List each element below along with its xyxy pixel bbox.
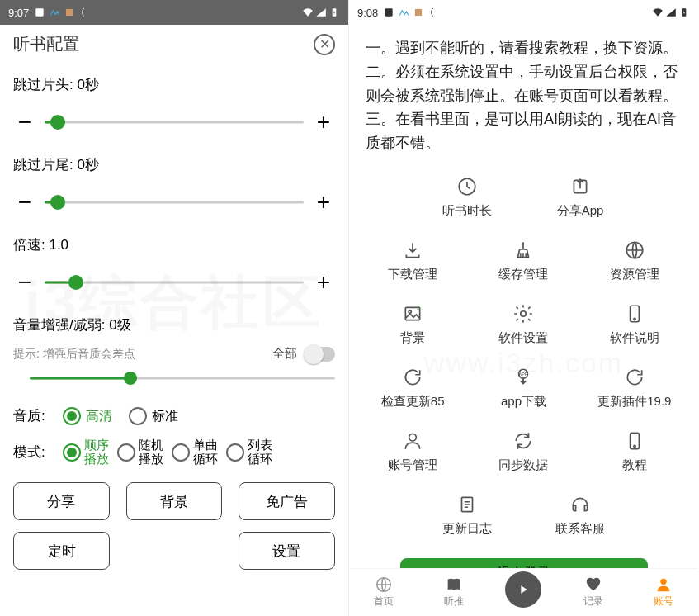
grid-教程[interactable]: 教程 (579, 421, 690, 485)
svg-rect-0 (36, 8, 44, 16)
status-bar: 9:07 (0, 0, 348, 25)
svg-rect-3 (385, 8, 393, 16)
quality-hd[interactable]: 高清 (63, 407, 112, 425)
appdl-icon: APP (512, 366, 535, 389)
grid-下载管理[interactable]: 下载管理 (357, 230, 468, 294)
nav-account[interactable]: 账号 (628, 569, 698, 616)
volume-label: 音量增强/减弱: 0级 (13, 315, 335, 334)
nav-history[interactable]: 记录 (559, 569, 629, 616)
app-icon-1 (34, 7, 45, 18)
quality-section-label: 音质: (13, 406, 53, 425)
battery-icon (678, 7, 690, 18)
person-icon (654, 576, 673, 593)
grid-分享App[interactable]: 分享App (524, 167, 637, 230)
grid-软件设置[interactable]: 软件设置 (468, 294, 579, 358)
nav-play[interactable] (489, 569, 559, 616)
book-icon (445, 576, 463, 593)
svg-text:APP: APP (519, 372, 528, 377)
skip-head-label: 跳过片头: 0秒 (13, 75, 335, 94)
sync-icon (512, 429, 535, 453)
svg-rect-1 (66, 9, 73, 16)
svg-point-17 (409, 434, 417, 441)
status-bar-right: 9:08 (349, 0, 698, 25)
refresh-icon (401, 366, 424, 389)
background-button[interactable]: 背景 (126, 482, 223, 520)
app-icon-4 (427, 7, 439, 18)
skip-tail-slider[interactable] (45, 192, 304, 212)
broom-icon (512, 239, 535, 262)
settings-button[interactable]: 设置 (239, 532, 335, 570)
skip-head-plus[interactable]: + (312, 111, 335, 134)
signal-icon (315, 7, 327, 18)
svg-point-22 (660, 579, 666, 585)
feature-grid: 听书时长分享App下载管理缓存管理资源管理z背景软件设置软件说明检查更新85AP… (349, 163, 698, 552)
skip-tail-plus[interactable]: + (312, 191, 335, 214)
phone-icon (623, 302, 646, 325)
wifi-icon (302, 7, 314, 18)
skip-tail-label: 跳过片尾: 0秒 (13, 155, 335, 174)
speed-label: 倍速: 1.0 (13, 235, 335, 254)
download-icon (401, 239, 424, 262)
grid-缓存管理[interactable]: 缓存管理 (468, 230, 579, 294)
timer-button[interactable]: 定时 (13, 532, 110, 570)
signal-icon (665, 7, 677, 18)
grid-检查更新85[interactable]: 检查更新85 (357, 358, 468, 421)
globe-icon (375, 576, 393, 593)
gear-icon (512, 302, 535, 325)
volume-slider[interactable] (30, 372, 335, 385)
refresh-icon (623, 366, 646, 389)
grid-更新插件19.9[interactable]: 更新插件19.9 (579, 358, 690, 421)
mode-sequential[interactable]: 顺序播放 (63, 438, 109, 466)
remove-ads-button[interactable]: 免广告 (239, 482, 335, 520)
heart-icon (584, 576, 602, 593)
status-time-right: 9:08 (357, 7, 378, 19)
note-line-3: 三。在看书里面，是可以用AI朗读的，现在AI音质都不错。 (366, 107, 682, 155)
bottom-nav: 首页 听推 记录 账号 (349, 568, 698, 616)
phone-icon (623, 429, 646, 453)
mode-list[interactable]: 列表循环 (226, 438, 272, 466)
grid-同步数据[interactable]: 同步数据 (468, 421, 579, 485)
grid-app下载[interactable]: APPapp下载 (468, 358, 579, 421)
grid-听书时长[interactable]: 听书时长 (411, 167, 524, 230)
toggle-label: 全部 (272, 346, 297, 362)
person-icon (401, 429, 424, 453)
wifi-icon (652, 7, 664, 18)
share-icon (569, 175, 592, 198)
mode-single[interactable]: 单曲循环 (172, 438, 218, 466)
picture-icon: z (401, 302, 424, 325)
clock-icon (456, 175, 479, 198)
doc-icon (456, 493, 479, 516)
grid-资源管理[interactable]: 资源管理 (579, 230, 690, 294)
note-line-1: 一。遇到不能听的，请看搜索教程，换下资源。 (366, 36, 682, 60)
grid-软件说明[interactable]: 软件说明 (579, 294, 690, 358)
nav-home[interactable]: 首页 (349, 569, 419, 616)
quality-standard[interactable]: 标准 (129, 407, 178, 425)
mode-random[interactable]: 随机播放 (117, 438, 163, 466)
skip-head-slider[interactable] (45, 112, 304, 132)
svg-rect-4 (415, 9, 422, 16)
app-icon-3 (64, 7, 75, 18)
app-icon-4 (78, 7, 90, 18)
grid-联系客服[interactable]: 联系客服 (524, 485, 637, 548)
skip-tail-minus[interactable]: − (13, 191, 36, 214)
notes-block: 一。遇到不能听的，请看搜索教程，换下资源。 二。必须在系统设置中，手动设置后台权… (349, 25, 698, 163)
headset-icon (569, 493, 592, 516)
svg-point-12 (521, 311, 527, 317)
nav-listen[interactable]: 听推 (419, 569, 489, 616)
skip-head-minus[interactable]: − (13, 111, 36, 134)
speed-plus[interactable]: + (312, 271, 335, 294)
grid-更新日志[interactable]: 更新日志 (411, 485, 524, 548)
svg-point-14 (634, 318, 635, 320)
grid-背景[interactable]: z背景 (357, 294, 468, 358)
page-title: 听书配置 (13, 33, 79, 55)
grid-账号管理[interactable]: 账号管理 (357, 421, 468, 485)
account-screen: 9:08 一。遇到不能听的，请看搜索教程，换下资源。 二。必须在系统设置中，手动… (349, 0, 698, 616)
speed-slider[interactable] (45, 272, 304, 292)
all-toggle[interactable] (304, 347, 335, 362)
app-icon-2 (398, 7, 409, 18)
speed-minus[interactable]: − (13, 271, 36, 294)
app-icon-3 (413, 7, 424, 18)
svg-point-19 (634, 445, 635, 447)
close-button[interactable]: ✕ (314, 34, 335, 55)
share-button[interactable]: 分享 (13, 482, 110, 520)
